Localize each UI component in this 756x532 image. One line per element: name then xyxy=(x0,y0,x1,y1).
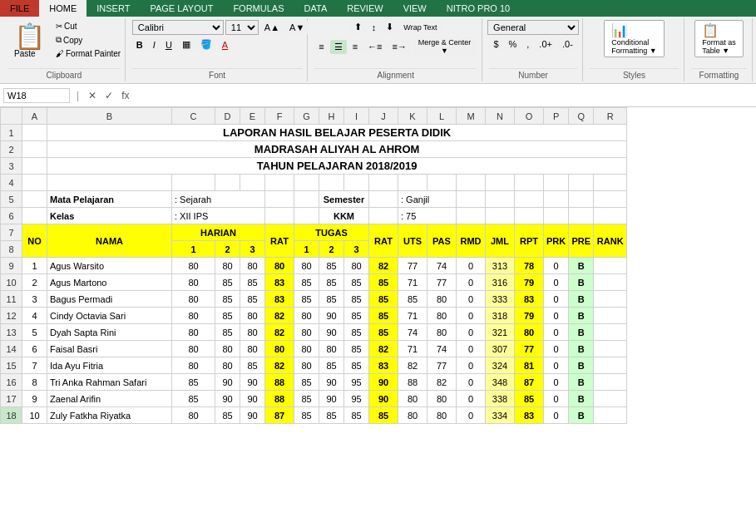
cell-N5[interactable] xyxy=(486,191,515,208)
cell-B10[interactable]: Agus Martono xyxy=(47,274,172,291)
cell-M12[interactable]: 0 xyxy=(457,308,486,324)
cell-G5[interactable] xyxy=(294,191,319,208)
col-header-I[interactable]: I xyxy=(344,108,369,125)
cell-J4[interactable] xyxy=(369,175,398,191)
cell-E17[interactable]: 90 xyxy=(240,391,265,407)
col-header-K[interactable]: K xyxy=(398,108,427,125)
cell-E8[interactable]: 3 xyxy=(240,241,265,258)
cell-H6[interactable]: KKM xyxy=(319,208,369,224)
cell-A7[interactable]: NO xyxy=(22,224,47,258)
cell-G4[interactable] xyxy=(294,175,319,191)
cell-Q6[interactable] xyxy=(569,208,594,224)
col-header-E[interactable]: E xyxy=(240,108,265,125)
cell-G9[interactable]: 80 xyxy=(294,258,319,274)
cell-F5[interactable] xyxy=(265,191,294,208)
conditional-formatting-button[interactable]: 📊 Conditional Formatting ▼ xyxy=(604,20,664,57)
cell-G15[interactable]: 80 xyxy=(294,357,319,374)
cell-C4[interactable] xyxy=(172,175,215,191)
row-header-11[interactable]: 11 xyxy=(1,291,22,308)
cell-F15[interactable]: 82 xyxy=(265,357,294,374)
row-header-9[interactable]: 9 xyxy=(1,258,22,274)
cell-A18[interactable]: 10 xyxy=(22,407,47,424)
col-header-H[interactable]: H xyxy=(319,108,344,125)
cell-N7[interactable]: JML xyxy=(486,224,515,258)
cell-J9[interactable]: 82 xyxy=(369,258,398,274)
cell-J17[interactable]: 90 xyxy=(369,391,398,407)
row-header-16[interactable]: 16 xyxy=(1,374,22,391)
cell-R4[interactable] xyxy=(594,175,627,191)
cell-Q7[interactable]: PRE xyxy=(569,224,594,258)
cell-K10[interactable]: 71 xyxy=(398,274,427,291)
cell-F12[interactable]: 82 xyxy=(265,308,294,324)
cell-B15[interactable]: Ida Ayu Fitria xyxy=(47,357,172,374)
tab-view[interactable]: VIEW xyxy=(393,0,437,17)
cell-M17[interactable]: 0 xyxy=(457,391,486,407)
cell-A13[interactable]: 5 xyxy=(22,324,47,341)
cell-G8[interactable]: 1 xyxy=(294,241,319,258)
cell-M15[interactable]: 0 xyxy=(457,357,486,374)
cell-K16[interactable]: 88 xyxy=(398,374,427,391)
underline-button[interactable]: U xyxy=(161,38,176,52)
cell-P9[interactable]: 0 xyxy=(544,258,569,274)
tab-formulas[interactable]: FORMULAS xyxy=(223,0,294,17)
cell-F9[interactable]: 80 xyxy=(265,258,294,274)
cell-A6[interactable] xyxy=(22,208,47,224)
cell-I16[interactable]: 95 xyxy=(344,374,369,391)
cell-J11[interactable]: 85 xyxy=(369,291,398,308)
decrease-indent-button[interactable]: ←≡ xyxy=(363,40,386,53)
cell-R13[interactable] xyxy=(594,324,627,341)
cell-R18[interactable] xyxy=(594,407,627,424)
confirm-formula-button[interactable]: ✓ xyxy=(102,89,116,102)
cell-O18[interactable]: 83 xyxy=(515,407,544,424)
col-header-M[interactable]: M xyxy=(457,108,486,125)
cell-K9[interactable]: 77 xyxy=(398,258,427,274)
cell-K11[interactable]: 85 xyxy=(398,291,427,308)
cell-B17[interactable]: Zaenal Arifin xyxy=(47,391,172,407)
row-header-7[interactable]: 7 xyxy=(1,224,22,241)
cell-B7[interactable]: NAMA xyxy=(47,224,172,258)
cell-R11[interactable] xyxy=(594,291,627,308)
row-header-13[interactable]: 13 xyxy=(1,324,22,341)
cell-E9[interactable]: 80 xyxy=(240,258,265,274)
col-header-J[interactable]: J xyxy=(369,108,398,125)
cell-N17[interactable]: 338 xyxy=(486,391,515,407)
cell-C15[interactable]: 80 xyxy=(172,357,215,374)
cell-A1[interactable] xyxy=(22,125,47,141)
cell-N9[interactable]: 313 xyxy=(486,258,515,274)
col-header-A[interactable]: A xyxy=(22,108,47,125)
cell-L10[interactable]: 77 xyxy=(427,274,457,291)
font-color-button[interactable]: A xyxy=(218,38,232,52)
row-header-3[interactable]: 3 xyxy=(1,158,22,175)
col-header-F[interactable]: F xyxy=(265,108,294,125)
align-top-button[interactable]: ⬆ xyxy=(350,20,366,34)
cell-R12[interactable] xyxy=(594,308,627,324)
cell-Q16[interactable]: B xyxy=(569,374,594,391)
col-header-N[interactable]: N xyxy=(486,108,515,125)
cell-C13[interactable]: 80 xyxy=(172,324,215,341)
merge-center-button[interactable]: Merge & Center ▼ xyxy=(413,37,477,57)
cell-N16[interactable]: 348 xyxy=(486,374,515,391)
cell-G17[interactable]: 85 xyxy=(294,391,319,407)
cell-C16[interactable]: 85 xyxy=(172,374,215,391)
cell-I11[interactable]: 85 xyxy=(344,291,369,308)
cell-D13[interactable]: 85 xyxy=(215,324,240,341)
cell-A11[interactable]: 3 xyxy=(22,291,47,308)
cell-D16[interactable]: 90 xyxy=(215,374,240,391)
cell-K14[interactable]: 71 xyxy=(398,341,427,357)
cell-P5[interactable] xyxy=(544,191,569,208)
cell-Q14[interactable]: B xyxy=(569,341,594,357)
cell-O9[interactable]: 78 xyxy=(515,258,544,274)
align-right-button[interactable]: ≡ xyxy=(348,40,362,53)
italic-button[interactable]: I xyxy=(149,38,160,52)
cell-R5[interactable] xyxy=(594,191,627,208)
cell-H11[interactable]: 85 xyxy=(319,291,344,308)
cell-B12[interactable]: Cindy Octavia Sari xyxy=(47,308,172,324)
cell-O6[interactable] xyxy=(515,208,544,224)
cell-I12[interactable]: 85 xyxy=(344,308,369,324)
cell-D12[interactable]: 85 xyxy=(215,308,240,324)
col-header-L[interactable]: L xyxy=(427,108,457,125)
cell-C5[interactable]: : Sejarah xyxy=(172,191,265,208)
cell-J6[interactable] xyxy=(369,208,398,224)
cell-Q4[interactable] xyxy=(569,175,594,191)
align-center-button[interactable]: ☰ xyxy=(330,40,347,54)
